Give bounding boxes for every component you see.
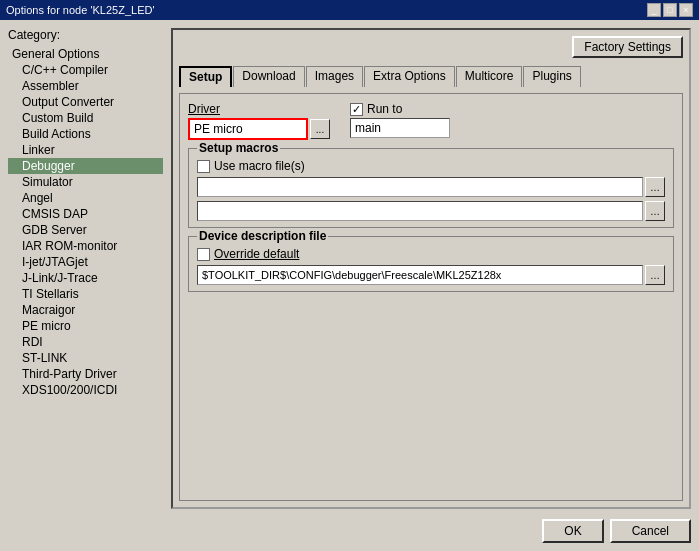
main-dialog: Category: General OptionsC/C++ CompilerA… (0, 20, 699, 551)
driver-label: Driver (188, 102, 330, 116)
tab-multicore[interactable]: Multicore (456, 66, 523, 87)
title-label: Options for node 'KL25Z_LED' (6, 4, 155, 16)
sidebar-item-debugger[interactable]: Debugger (8, 158, 163, 174)
run-to-label: Run to (367, 102, 402, 116)
sidebar-item-linker[interactable]: Linker (8, 142, 163, 158)
tab-plugins[interactable]: Plugins (523, 66, 580, 87)
sidebar-item-angel[interactable]: Angel (8, 190, 163, 206)
driver-input-row: ... (188, 118, 330, 140)
sidebar-item-pe-micro[interactable]: PE micro (8, 318, 163, 334)
device-path-input[interactable] (197, 265, 643, 285)
minimize-button[interactable]: _ (647, 3, 661, 17)
run-to-col: ✓ Run to (350, 102, 450, 138)
dialog-content: Category: General OptionsC/C++ CompilerA… (8, 28, 691, 509)
left-panel: Category: General OptionsC/C++ CompilerA… (8, 28, 163, 509)
run-to-checkbox[interactable]: ✓ (350, 103, 363, 116)
device-desc-content: Override default … (197, 247, 665, 285)
factory-settings-button[interactable]: Factory Settings (572, 36, 683, 58)
device-input-row: … (197, 265, 665, 285)
sidebar-item-ijet-jtagjet[interactable]: I-jet/JTAGjet (8, 254, 163, 270)
sidebar-item-cmsis-dap[interactable]: CMSIS DAP (8, 206, 163, 222)
title-bar: Options for node 'KL25Z_LED' _ □ × (0, 0, 699, 20)
sidebar-item-st-link[interactable]: ST-LINK (8, 350, 163, 366)
sidebar-item-gdb-server[interactable]: GDB Server (8, 222, 163, 238)
device-desc-title: Device description file (197, 229, 328, 243)
sidebar-item-cpp-compiler[interactable]: C/C++ Compiler (8, 62, 163, 78)
driver-browse-button[interactable]: ... (310, 119, 330, 139)
use-macro-checkbox[interactable] (197, 160, 210, 173)
tab-setup[interactable]: Setup (179, 66, 232, 87)
category-list: General OptionsC/C++ CompilerAssemblerOu… (8, 46, 163, 398)
ok-button[interactable]: OK (542, 519, 603, 543)
tab-content: Driver ... ✓ Run to (179, 93, 683, 501)
setup-macros-section: Setup macros Use macro file(s) … … (188, 148, 674, 228)
sidebar-item-iar-rom-monitor[interactable]: IAR ROM-monitor (8, 238, 163, 254)
sidebar-item-xds100[interactable]: XDS100/200/ICDI (8, 382, 163, 398)
maximize-button[interactable]: □ (663, 3, 677, 17)
macro-input-row-1: … (197, 177, 665, 197)
right-panel: Factory Settings SetupDownloadImagesExtr… (171, 28, 691, 509)
driver-col: Driver ... (188, 102, 330, 140)
driver-row: Driver ... ✓ Run to (188, 102, 674, 140)
tab-extra-options[interactable]: Extra Options (364, 66, 455, 87)
setup-macros-content: Use macro file(s) … … (197, 159, 665, 221)
sidebar-item-custom-build[interactable]: Custom Build (8, 110, 163, 126)
macro-input-row-2: … (197, 201, 665, 221)
use-macro-row: Use macro file(s) (197, 159, 665, 173)
category-label: Category: (8, 28, 163, 42)
sidebar-item-third-party-driver[interactable]: Third-Party Driver (8, 366, 163, 382)
factory-settings-row: Factory Settings (179, 36, 683, 58)
bottom-row: OK Cancel (8, 515, 691, 543)
override-row: Override default (197, 247, 665, 261)
title-bar-buttons: _ □ × (647, 3, 693, 17)
cancel-button[interactable]: Cancel (610, 519, 691, 543)
tab-images[interactable]: Images (306, 66, 363, 87)
run-to-checkbox-row: ✓ Run to (350, 102, 450, 116)
device-browse-button[interactable]: … (645, 265, 665, 285)
use-macro-label: Use macro file(s) (214, 159, 305, 173)
macro-input-1[interactable] (197, 177, 643, 197)
sidebar-item-jlink-jtrace[interactable]: J-Link/J-Trace (8, 270, 163, 286)
macro-input-2[interactable] (197, 201, 643, 221)
tabs-row: SetupDownloadImagesExtra OptionsMulticor… (179, 66, 683, 87)
sidebar-item-build-actions[interactable]: Build Actions (8, 126, 163, 142)
setup-macros-title: Setup macros (197, 141, 280, 155)
sidebar-item-assembler[interactable]: Assembler (8, 78, 163, 94)
sidebar-item-rdi[interactable]: RDI (8, 334, 163, 350)
driver-input[interactable] (188, 118, 308, 140)
sidebar-item-general-options[interactable]: General Options (8, 46, 163, 62)
run-to-input[interactable] (350, 118, 450, 138)
macro-browse-btn-2[interactable]: … (645, 201, 665, 221)
macro-browse-btn-1[interactable]: … (645, 177, 665, 197)
device-desc-section: Device description file Override default… (188, 236, 674, 292)
tab-download[interactable]: Download (233, 66, 304, 87)
sidebar-item-macraigor[interactable]: Macraigor (8, 302, 163, 318)
close-button[interactable]: × (679, 3, 693, 17)
sidebar-item-output-converter[interactable]: Output Converter (8, 94, 163, 110)
sidebar-item-simulator[interactable]: Simulator (8, 174, 163, 190)
override-checkbox[interactable] (197, 248, 210, 261)
sidebar-item-ti-stellaris[interactable]: TI Stellaris (8, 286, 163, 302)
override-label: Override default (214, 247, 299, 261)
